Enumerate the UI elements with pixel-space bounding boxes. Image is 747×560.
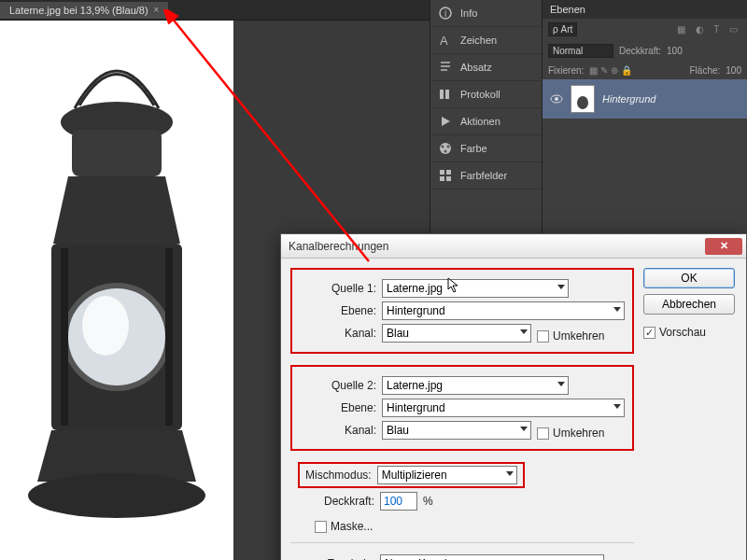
- panel-char[interactable]: AZeichen: [430, 27, 542, 54]
- panel-history[interactable]: Protokoll: [430, 81, 542, 108]
- blend-label: Mischmodus:: [305, 469, 372, 482]
- document-tab[interactable]: Laterne.jpg bei 13,9% (Blau/8) ×: [0, 2, 169, 19]
- svg-text:i: i: [444, 8, 446, 19]
- ok-button[interactable]: OK: [643, 268, 735, 288]
- chevron-down-icon: [613, 404, 621, 409]
- src1-label: Quelle 1:: [300, 282, 376, 295]
- layers-panel: Ebenen ρ Art ▦ ◐ T ▭ Normal Deckkraft: 1…: [542, 0, 747, 233]
- svg-rect-19: [440, 176, 444, 181]
- svg-rect-12: [445, 90, 449, 99]
- src1-layer-label: Ebene:: [300, 304, 376, 317]
- src2-layer-select[interactable]: Hintergrund: [382, 399, 625, 417]
- dialog-titlebar[interactable]: Kanalberechnungen ✕: [281, 234, 746, 259]
- swatch-icon: [438, 168, 453, 183]
- visibility-icon[interactable]: [550, 92, 563, 105]
- svg-point-24: [577, 96, 588, 109]
- lantern-image: [23, 57, 210, 524]
- layer-row-background[interactable]: Hintergrund: [543, 79, 747, 119]
- chevron-down-icon: [506, 471, 514, 476]
- src2-chan-select[interactable]: Blau: [382, 421, 531, 440]
- chevron-down-icon: [613, 307, 621, 312]
- preview-check[interactable]: ✓Vorschau: [643, 326, 735, 339]
- chevron-down-icon: [520, 427, 528, 431]
- document-canvas[interactable]: [0, 21, 233, 560]
- fill-value[interactable]: 100: [726, 65, 741, 76]
- close-icon[interactable]: ✕: [705, 238, 742, 255]
- char-icon: A: [438, 33, 453, 48]
- close-tab-icon[interactable]: ×: [154, 5, 160, 15]
- filter-icons[interactable]: ▦ ◐ T ▭: [677, 24, 741, 35]
- svg-point-16: [444, 150, 447, 153]
- checkbox-icon: [315, 521, 327, 533]
- layer-name: Hintergrund: [602, 93, 655, 105]
- panel-label: Protokoll: [460, 89, 500, 100]
- layer-filter[interactable]: ρ Art: [548, 22, 577, 36]
- src2-chan-label: Kanal:: [300, 424, 376, 437]
- panel-para[interactable]: Absatz: [430, 54, 542, 81]
- mask-check[interactable]: Maske...: [315, 520, 373, 533]
- src2-invert-check[interactable]: Umkehren: [537, 427, 604, 440]
- color-icon: [438, 141, 453, 156]
- opacity-label: Deckkraft:: [298, 495, 374, 508]
- opacity-value[interactable]: 100: [667, 46, 683, 56]
- panel-actions[interactable]: Aktionen: [430, 108, 542, 135]
- chevron-down-icon: [557, 285, 565, 289]
- checkbox-icon: [537, 330, 549, 343]
- history-icon: [438, 87, 453, 102]
- src1-invert-check[interactable]: Umkehren: [537, 329, 604, 343]
- blend-mode-select[interactable]: Normal: [548, 44, 613, 58]
- src1-layer-select[interactable]: Hintergrund: [382, 301, 625, 320]
- checkbox-icon: ✓: [643, 327, 655, 339]
- src2-label: Quelle 2:: [300, 379, 376, 392]
- panel-label: Info: [460, 7, 477, 19]
- layer-thumbnail: [571, 85, 595, 113]
- panel-label: Farbfelder: [460, 170, 507, 181]
- src1-chan-label: Kanal:: [300, 327, 376, 340]
- svg-rect-17: [440, 170, 444, 175]
- svg-rect-11: [440, 90, 444, 99]
- opacity-label: Deckkraft:: [619, 46, 661, 56]
- fill-label: Fläche:: [690, 65, 721, 76]
- svg-rect-18: [446, 170, 451, 175]
- svg-point-22: [555, 97, 558, 101]
- svg-rect-1: [72, 130, 162, 176]
- pct-label: %: [423, 495, 433, 508]
- svg-text:A: A: [440, 34, 448, 48]
- svg-point-14: [442, 146, 444, 148]
- info-icon: i: [438, 6, 453, 21]
- actions-icon: [438, 114, 453, 129]
- svg-rect-20: [446, 176, 451, 181]
- panel-label: Farbe: [460, 143, 487, 154]
- panel-color[interactable]: Farbe: [430, 135, 542, 162]
- svg-point-4: [82, 296, 129, 356]
- layers-header[interactable]: Ebenen: [543, 0, 747, 19]
- panel-label: Zeichen: [460, 35, 497, 46]
- src2-select[interactable]: Laterne.jpg: [382, 376, 569, 395]
- cancel-button[interactable]: Abbrechen: [643, 294, 735, 315]
- cursor-icon: [447, 277, 460, 294]
- tab-title: Laterne.jpg bei 13,9% (Blau/8): [9, 5, 148, 16]
- blend-group: Mischmodus: Multiplizieren: [298, 462, 525, 488]
- svg-point-15: [447, 146, 450, 148]
- dialog-title: Kanalberechnungen: [289, 240, 705, 253]
- panel-label: Absatz: [460, 62, 492, 73]
- src1-chan-select[interactable]: Blau: [382, 324, 531, 343]
- src1-select[interactable]: Laterne.jpg: [382, 279, 569, 298]
- checkbox-icon: [537, 427, 549, 440]
- chevron-down-icon: [557, 382, 565, 386]
- src2-layer-label: Ebene:: [300, 401, 376, 414]
- lock-label: Fixieren:: [548, 65, 584, 76]
- chevron-down-icon: [520, 329, 528, 334]
- panel-dock: iInfo AZeichen Absatz Protokoll Aktionen…: [430, 0, 542, 233]
- para-icon: [438, 60, 453, 75]
- blend-select[interactable]: Multiplizieren: [377, 466, 517, 484]
- calculations-dialog: Kanalberechnungen ✕ Quelle 1: Laterne.jp…: [280, 233, 747, 560]
- source1-group: Quelle 1: Laterne.jpg Ebene: Hintergrund…: [290, 268, 634, 354]
- opacity-input[interactable]: 100: [380, 492, 417, 511]
- result-select[interactable]: Neuer Kanal: [380, 554, 604, 560]
- lock-icons[interactable]: ▦ ✎ ⊕ 🔒: [589, 65, 631, 76]
- svg-point-7: [28, 473, 205, 518]
- panel-swatches[interactable]: Farbfelder: [430, 162, 542, 189]
- source2-group: Quelle 2: Laterne.jpg Ebene: Hintergrund…: [290, 365, 634, 451]
- panel-info[interactable]: iInfo: [430, 0, 542, 27]
